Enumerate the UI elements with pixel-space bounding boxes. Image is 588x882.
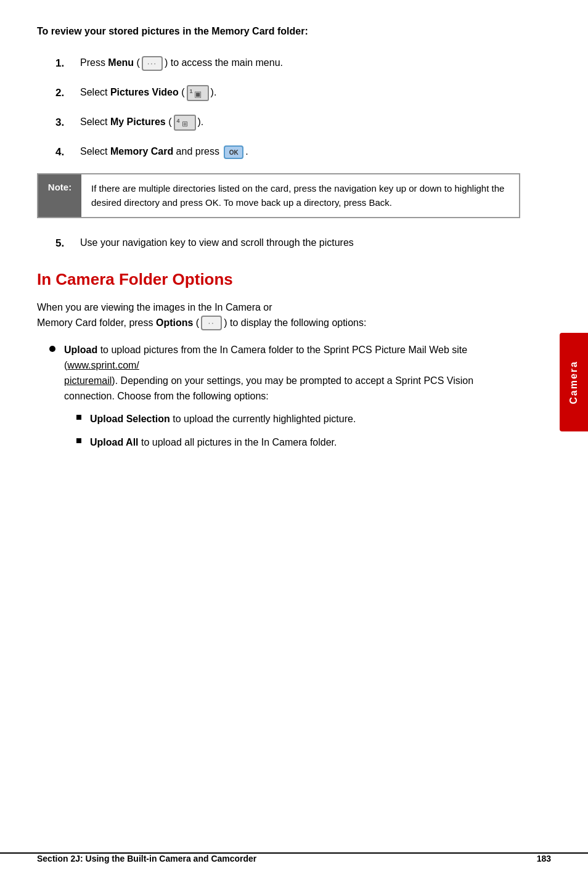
sub-bullet-list: Upload Selection to upload the currently…	[76, 412, 520, 450]
step-3-text: Select My Pictures ().	[80, 115, 520, 131]
footer-right: 183	[537, 854, 551, 864]
step-5-text: Use your navigation key to view and scro…	[80, 235, 520, 250]
intro-heading: To review your stored pictures in the Me…	[37, 25, 520, 38]
side-tab-text: Camera	[568, 361, 579, 404]
bullet-upload-text: Upload to upload pictures from the In Ca…	[64, 343, 520, 458]
step-1-number: 1.	[55, 55, 74, 71]
upload-selection-bold: Upload Selection	[90, 414, 170, 424]
step-1-bold: Menu	[108, 57, 134, 68]
sub-bullet-upload-selection: Upload Selection to upload the currently…	[76, 412, 520, 427]
options-bold: Options	[156, 317, 193, 328]
note-box: Note: If there are multiple directories …	[37, 173, 520, 218]
bullet-list: Upload to upload pictures from the In Ca…	[49, 343, 520, 458]
sub-bullet-upload-all: Upload All to upload all pictures in the…	[76, 435, 520, 450]
step-5: 5. Use your navigation key to view and s…	[55, 235, 520, 251]
steps-list: 1. Press Menu () to access the main menu…	[55, 55, 520, 160]
step-4: 4. Select Memory Card and press .	[55, 144, 520, 160]
pictures-video-icon	[187, 85, 209, 101]
step5-list: 5. Use your navigation key to view and s…	[55, 235, 520, 251]
step-4-bold: Memory Card	[110, 146, 173, 157]
bullet-upload: Upload to upload pictures from the In Ca…	[49, 343, 520, 458]
section-heading: In Camera Folder Options	[37, 270, 520, 289]
sprint-link: www.sprint.com/picturemail	[64, 360, 139, 386]
step-5-number: 5.	[55, 235, 74, 251]
step-2-bold: Pictures Video	[110, 87, 179, 97]
step-3-number: 3.	[55, 115, 74, 131]
sub-bullet-square-1	[76, 415, 81, 420]
step-2-text: Select Pictures Video ().	[80, 85, 520, 101]
footer-left: Section 2J: Using the Built-in Camera an…	[37, 854, 256, 864]
step-3-bold: My Pictures	[110, 116, 166, 127]
menu-icon	[142, 56, 163, 71]
page-content: To review your stored pictures in the Me…	[0, 0, 557, 520]
ok-icon	[224, 145, 243, 159]
step-2: 2. Select Pictures Video ().	[55, 85, 520, 101]
my-pictures-icon	[174, 115, 196, 131]
sub-bullet-upload-selection-text: Upload Selection to upload the currently…	[90, 412, 356, 427]
step-2-number: 2.	[55, 85, 74, 101]
sub-bullet-square-2	[76, 438, 81, 443]
bullet-dot-upload	[49, 346, 55, 352]
upload-bold: Upload	[64, 345, 97, 355]
side-tab: Camera	[560, 333, 588, 431]
step-1-text: Press Menu () to access the main menu.	[80, 55, 520, 71]
section-intro-text2: Memory Card folder, press Options () to …	[37, 317, 366, 328]
upload-all-bold: Upload All	[90, 437, 139, 447]
step-4-number: 4.	[55, 144, 74, 160]
step-3: 3. Select My Pictures ().	[55, 115, 520, 131]
step-1: 1. Press Menu () to access the main menu…	[55, 55, 520, 71]
note-label: Note:	[38, 174, 81, 217]
sub-bullet-upload-all-text: Upload All to upload all pictures in the…	[90, 435, 337, 450]
note-content: If there are multiple directories listed…	[81, 174, 519, 217]
section-intro: When you are viewing the images in the I…	[37, 300, 520, 331]
footer: Section 2J: Using the Built-in Camera an…	[0, 852, 588, 864]
step-4-text: Select Memory Card and press .	[80, 144, 520, 159]
section-intro-text1: When you are viewing the images in the I…	[37, 302, 272, 312]
options-icon	[201, 316, 222, 330]
